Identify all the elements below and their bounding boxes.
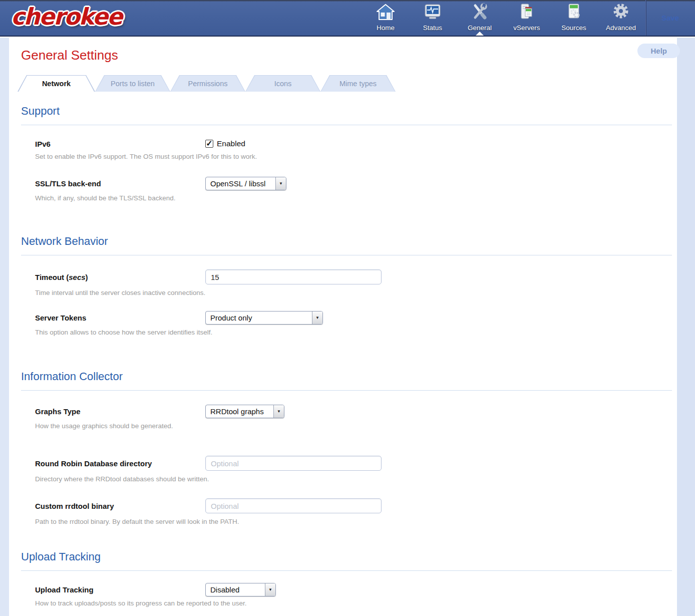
section-divider — [21, 390, 672, 391]
field-label: IPv6 — [35, 140, 205, 148]
nav-item-vservers[interactable]: vServers — [510, 0, 544, 36]
graphs-type-select[interactable]: RRDtool graphs ▼ — [205, 405, 284, 418]
tab-network[interactable]: Network — [18, 75, 95, 92]
tab-mime-types[interactable]: Mime types — [320, 75, 396, 92]
cherokee-admin-page: cherokee Home — [0, 0, 695, 616]
save-area: Save — [646, 0, 691, 36]
field-row-upload-tracking: Upload Tracking Disabled ▼ — [35, 583, 677, 596]
rrdtool-binary-input[interactable] — [205, 498, 382, 513]
field-description: How to track uploads/posts so its progre… — [35, 599, 672, 607]
tab-ports-to-listen[interactable]: Ports to listen — [95, 75, 170, 92]
field-label: Round Robin Database directory — [35, 459, 205, 468]
nav-item-advanced[interactable]: Advanced — [604, 0, 638, 36]
field-description: Time interval until the server closes in… — [35, 289, 672, 296]
general-icon — [470, 3, 490, 23]
section-divider — [21, 255, 672, 255]
field-description: Directory where the RRDtool databases sh… — [35, 475, 672, 483]
section-divider — [21, 125, 672, 125]
settings-tabs: Network Ports to listen Permissions Icon… — [18, 75, 677, 92]
field-row-ssl-backend: SSL/TLS back-end OpenSSL / libssl ▼ — [35, 177, 677, 190]
sources-icon — [564, 3, 584, 23]
field-row-server-tokens: Server Tokens Product only ▼ — [35, 311, 677, 325]
field-label: Timeout (secs) — [35, 273, 205, 281]
section-title-upload-tracking: Upload Tracking — [21, 550, 677, 563]
field-description: Path to the rrdtool binary. By default t… — [35, 518, 672, 525]
upload-tracking-select[interactable]: Disabled ▼ — [205, 583, 276, 596]
status-icon — [423, 3, 443, 23]
vservers-icon — [517, 3, 537, 23]
help-button[interactable]: Help — [637, 44, 680, 58]
advanced-icon — [611, 3, 631, 23]
nav-item-general[interactable]: General — [463, 0, 497, 36]
ssl-backend-select[interactable]: OpenSSL / libssl ▼ — [205, 177, 286, 190]
nav-item-home[interactable]: Home — [369, 0, 403, 36]
nav-label: Status — [423, 24, 442, 32]
timeout-input[interactable] — [205, 269, 382, 284]
field-label: Upload Tracking — [35, 585, 205, 594]
field-label: SSL/TLS back-end — [35, 179, 205, 188]
server-tokens-select[interactable]: Product only ▼ — [205, 311, 323, 325]
field-row-ipv6: IPv6 ✓ Enabled — [35, 139, 677, 148]
field-description: Which, if any, should be the TLS/SSL bac… — [35, 194, 672, 202]
dropdown-arrow-icon: ▼ — [275, 177, 286, 190]
field-row-timeout: Timeout (secs) — [35, 269, 677, 284]
content-area: Help General Settings Network Ports to l… — [9, 38, 677, 616]
rrd-directory-input[interactable] — [205, 456, 382, 471]
section-divider — [21, 570, 672, 571]
dropdown-arrow-icon: ▼ — [265, 583, 275, 596]
left-gutter — [0, 38, 9, 616]
active-section-caret-icon — [476, 32, 484, 36]
field-description: How the usage graphics should be generat… — [35, 422, 672, 430]
home-icon — [376, 3, 396, 23]
section-title-information-collector: Information Collector — [21, 370, 677, 383]
main-nav: Home Status — [369, 0, 638, 36]
section-title-support: Support — [21, 105, 677, 118]
field-label: Server Tokens — [35, 314, 205, 322]
nav-label: General — [468, 24, 492, 32]
nav-item-status[interactable]: Status — [416, 0, 450, 36]
page-title: General Settings — [21, 48, 677, 63]
section-title-network-behavior: Network Behavior — [21, 235, 677, 248]
field-description: Set to enable the IPv6 support. The OS m… — [35, 153, 672, 160]
right-gutter — [677, 38, 695, 616]
field-label: Graphs Type — [35, 407, 205, 416]
field-label: Custom rrdtool binary — [35, 502, 205, 510]
dropdown-arrow-icon: ▼ — [312, 312, 322, 324]
cherokee-logo: cherokee — [11, 3, 122, 36]
field-row-rrdtool-binary: Custom rrdtool binary — [35, 498, 677, 513]
nav-item-sources[interactable]: Sources — [557, 0, 591, 36]
tab-icons[interactable]: Icons — [245, 75, 320, 92]
checkbox-label: Enabled — [217, 139, 245, 148]
save-button[interactable]: Save — [661, 14, 679, 22]
top-navigation-bar: cherokee Home — [0, 0, 695, 37]
nav-label: Home — [377, 24, 395, 32]
nav-label: vServers — [513, 24, 540, 32]
dropdown-arrow-icon: ▼ — [273, 405, 284, 418]
nav-label: Sources — [561, 24, 586, 32]
tab-permissions[interactable]: Permissions — [170, 75, 245, 92]
field-description: This option allows to choose how the ser… — [35, 329, 672, 336]
ipv6-checkbox[interactable]: ✓ — [205, 140, 213, 148]
nav-label: Advanced — [606, 24, 636, 32]
field-row-rrd-directory: Round Robin Database directory — [35, 456, 677, 471]
field-row-graphs-type: Graphs Type RRDtool graphs ▼ — [35, 405, 677, 418]
